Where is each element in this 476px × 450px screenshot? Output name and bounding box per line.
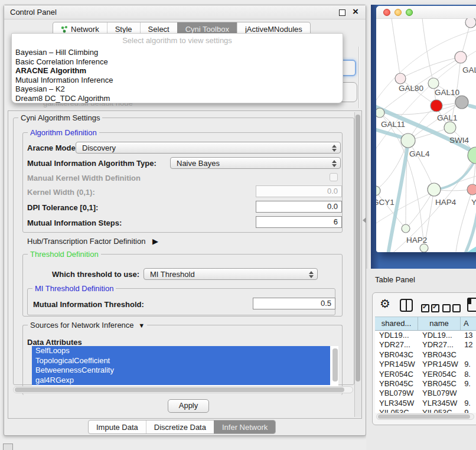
table-row[interactable]: YIL053CYIL053C9 xyxy=(375,408,476,413)
table-row[interactable]: YBR045CYBR045C9. xyxy=(375,379,476,389)
dpi-tolerance-field[interactable]: 0.0 xyxy=(256,201,342,213)
network-edge[interactable] xyxy=(376,191,406,229)
close-traffic-light-icon[interactable] xyxy=(383,9,390,16)
manual-kernel-label: Manual Kernel Width Definition xyxy=(27,174,141,182)
network-view-window[interactable]: GALGAL80GAL10GAL1GAL11SWI4GAL4GCY1HAP4YH… xyxy=(376,6,476,252)
table-cell: YDL19... xyxy=(418,331,461,340)
zoom-traffic-light-icon[interactable] xyxy=(406,9,413,16)
tab-infer-network[interactable]: Infer Network xyxy=(214,420,275,433)
columns-icon[interactable] xyxy=(400,299,413,312)
splitter-collapse-icon[interactable] xyxy=(363,217,366,223)
table-row[interactable]: YDR27...YDR27...12 xyxy=(375,340,476,350)
settings-hscrollbar-thumb[interactable] xyxy=(15,387,344,392)
table-cell: YBL079W xyxy=(375,389,418,398)
table-row[interactable]: YER054CYER054C8. xyxy=(375,370,476,379)
network-edge[interactable] xyxy=(392,18,400,79)
table-card: ⚙ shared...nameA YDL19...YDL19...13YDR27… xyxy=(372,292,476,425)
tab-discretize-data[interactable]: Discretize Data xyxy=(146,420,214,433)
network-edge[interactable] xyxy=(376,106,476,154)
network-node[interactable] xyxy=(465,18,476,28)
algorithm-option[interactable]: Dream8 DC_TDC Algorithm xyxy=(14,94,340,103)
algorithm-dropdown-popup: Select algorithm to view settings Bayesi… xyxy=(11,33,343,103)
close-icon[interactable]: × xyxy=(353,6,358,18)
control-panel-header: Control Panel × xyxy=(4,5,366,19)
list-scrollbar-thumb[interactable] xyxy=(332,348,338,381)
network-node[interactable] xyxy=(467,184,476,195)
settings-hscrollbar xyxy=(13,386,353,393)
network-node-label: GCY1 xyxy=(376,198,395,207)
minimize-traffic-light-icon[interactable] xyxy=(395,9,402,16)
hub-definition-toggle[interactable]: Hub/Transcription Factor Definition ▶ xyxy=(27,237,158,246)
network-edge[interactable] xyxy=(388,142,408,252)
table-cell: YDR27... xyxy=(375,340,418,350)
manual-kernel-checkbox[interactable] xyxy=(330,173,338,181)
mi-steps-field[interactable]: 6 xyxy=(256,216,342,228)
algorithm-option[interactable]: ARACNE Algorithm xyxy=(14,66,340,76)
network-edge[interactable] xyxy=(454,238,476,252)
threshold-definition-title: Threshold Definition xyxy=(28,250,101,259)
network-node[interactable] xyxy=(401,133,415,148)
corner-grip-icon[interactable] xyxy=(3,444,13,450)
table-row[interactable]: YPR145WYPR145W9. xyxy=(375,360,476,369)
network-edge[interactable] xyxy=(470,106,476,115)
table-cell: YPR145W xyxy=(375,360,418,369)
data-attribute-item[interactable]: gal4RGexp xyxy=(32,376,330,386)
network-node[interactable] xyxy=(376,186,380,195)
algorithm-option[interactable]: Bayesian – K2 xyxy=(14,84,340,94)
gear-icon[interactable]: ⚙ xyxy=(380,296,390,311)
column-header[interactable]: shared... xyxy=(375,317,418,330)
network-node[interactable] xyxy=(455,96,468,109)
data-attribute-item[interactable]: SelfLoops xyxy=(32,346,330,356)
aracne-mode-value: Discovery xyxy=(82,144,116,152)
column-header[interactable]: A xyxy=(461,317,476,330)
algorithm-option[interactable]: Mutual Information Inference xyxy=(14,76,340,85)
panel-title: Control Panel xyxy=(10,8,57,17)
network-edge[interactable] xyxy=(406,190,434,229)
network-node[interactable] xyxy=(444,122,456,133)
mi-type-combo[interactable]: Naive Bayes xyxy=(170,157,341,169)
table-row[interactable]: YBL079WYBL079W xyxy=(375,389,476,398)
sources-toggle[interactable]: Sources for Network Inference ▼ xyxy=(28,321,147,330)
column-header[interactable]: name xyxy=(418,317,461,330)
aracne-mode-combo[interactable]: Discovery xyxy=(76,142,341,154)
network-node[interactable] xyxy=(455,51,467,63)
data-attribute-item[interactable]: TopologicalCoefficient xyxy=(32,356,330,366)
network-node[interactable] xyxy=(402,224,410,233)
kernel-width-field[interactable]: 0.0 xyxy=(256,185,342,197)
network-node-label: GAL1 xyxy=(437,113,458,122)
network-edge[interactable] xyxy=(400,57,461,79)
mi-threshold-group-title: MI Threshold Definition xyxy=(32,284,116,293)
network-edge[interactable] xyxy=(408,141,434,190)
table-hscrollbar-thumb[interactable] xyxy=(378,415,470,419)
table-cell: YDL19... xyxy=(375,331,418,340)
which-threshold-combo[interactable]: MI Threshold xyxy=(144,268,318,280)
network-node[interactable] xyxy=(428,78,439,89)
table-row[interactable]: YBR043CYBR043C xyxy=(375,350,476,360)
table-row[interactable]: YDL19...YDL19...13 xyxy=(375,331,476,340)
settings-scroll-area: Cyni Algorithm Settings Algorithm Defini… xyxy=(8,110,362,419)
algorithm-option[interactable]: Basic Correlation Inference xyxy=(14,57,340,67)
algorithm-option[interactable]: Bayesian – Hill Climbing xyxy=(14,48,340,57)
table-row[interactable]: YLR345WYLR345W9. xyxy=(375,399,476,408)
network-graph[interactable]: GALGAL80GAL10GAL1GAL11SWI4GAL4GCY1HAP4YH… xyxy=(376,18,476,252)
network-node[interactable] xyxy=(428,183,441,196)
network-node[interactable] xyxy=(376,108,384,118)
table-cell: 12 xyxy=(461,340,476,350)
table-cell: 8. xyxy=(461,370,476,379)
table-header-row: shared...nameA xyxy=(375,317,476,331)
select-all-checkboxes-icon[interactable] xyxy=(421,303,441,312)
apply-button[interactable]: Apply xyxy=(168,399,209,413)
data-attribute-item[interactable]: BetweennessCentrality xyxy=(32,366,330,376)
mi-threshold-field[interactable]: 0.5 xyxy=(253,298,335,309)
network-node[interactable] xyxy=(431,100,442,112)
which-threshold-value: MI Threshold xyxy=(150,270,195,279)
network-node[interactable] xyxy=(420,244,428,252)
table-document-icon[interactable] xyxy=(467,298,476,312)
deselect-all-checkboxes-icon[interactable] xyxy=(442,303,462,312)
network-window-titlebar[interactable] xyxy=(376,6,476,19)
network-node[interactable] xyxy=(395,73,406,84)
node-table: shared...nameA YDL19...YDL19...13YDR27..… xyxy=(375,317,476,413)
tab-impute-data[interactable]: Impute Data xyxy=(89,420,146,433)
settings-vscrollbar-thumb[interactable] xyxy=(356,115,360,381)
float-panel-icon[interactable] xyxy=(339,9,345,16)
